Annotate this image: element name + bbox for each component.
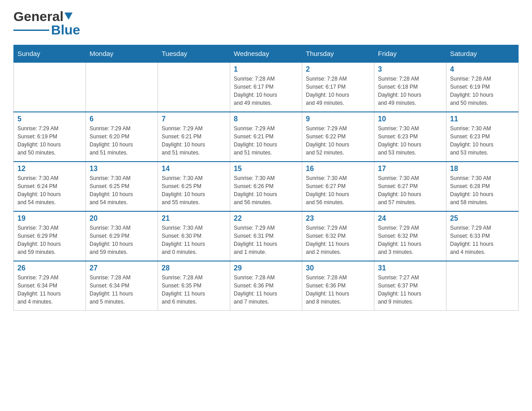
logo-blue-text: Blue	[51, 22, 80, 38]
day-of-week-header: Wednesday	[230, 45, 302, 63]
day-info: Sunrise: 7:29 AM Sunset: 6:33 PM Dayligh…	[450, 224, 515, 256]
day-info: Sunrise: 7:30 AM Sunset: 6:23 PM Dayligh…	[378, 124, 442, 157]
calendar-header: SundayMondayTuesdayWednesdayThursdayFrid…	[14, 45, 519, 63]
calendar-day-cell: 14Sunrise: 7:30 AM Sunset: 6:25 PM Dayli…	[158, 162, 230, 211]
calendar-day-cell: 10Sunrise: 7:30 AM Sunset: 6:23 PM Dayli…	[374, 112, 446, 162]
calendar-week-row: 26Sunrise: 7:29 AM Sunset: 6:34 PM Dayli…	[14, 261, 519, 311]
day-number: 8	[234, 115, 298, 123]
calendar-day-cell: 1Sunrise: 7:28 AM Sunset: 6:17 PM Daylig…	[230, 62, 302, 112]
day-number: 28	[162, 264, 226, 272]
day-number: 29	[234, 264, 298, 272]
day-of-week-header: Sunday	[14, 45, 86, 63]
day-info: Sunrise: 7:29 AM Sunset: 6:21 PM Dayligh…	[234, 124, 298, 157]
day-info: Sunrise: 7:28 AM Sunset: 6:36 PM Dayligh…	[234, 274, 298, 306]
day-number: 14	[162, 165, 226, 173]
day-info: Sunrise: 7:29 AM Sunset: 6:19 PM Dayligh…	[17, 124, 82, 157]
day-number: 6	[90, 115, 154, 123]
day-info: Sunrise: 7:28 AM Sunset: 6:36 PM Dayligh…	[306, 274, 370, 306]
day-info: Sunrise: 7:28 AM Sunset: 6:34 PM Dayligh…	[90, 274, 154, 306]
day-info: Sunrise: 7:30 AM Sunset: 6:30 PM Dayligh…	[162, 224, 226, 256]
calendar-day-cell: 30Sunrise: 7:28 AM Sunset: 6:36 PM Dayli…	[302, 261, 374, 311]
day-of-week-header: Tuesday	[158, 45, 230, 63]
calendar-day-cell: 21Sunrise: 7:30 AM Sunset: 6:30 PM Dayli…	[158, 211, 230, 261]
calendar-day-cell: 17Sunrise: 7:30 AM Sunset: 6:27 PM Dayli…	[374, 162, 446, 211]
calendar-day-cell: 18Sunrise: 7:30 AM Sunset: 6:28 PM Dayli…	[446, 162, 519, 211]
day-info: Sunrise: 7:28 AM Sunset: 6:17 PM Dayligh…	[234, 75, 298, 107]
day-number: 3	[378, 65, 442, 73]
day-number: 16	[306, 165, 370, 173]
day-number: 17	[378, 165, 442, 173]
day-of-week-header: Monday	[86, 45, 158, 63]
calendar-day-cell: 6Sunrise: 7:29 AM Sunset: 6:20 PM Daylig…	[86, 112, 158, 162]
day-info: Sunrise: 7:28 AM Sunset: 6:19 PM Dayligh…	[450, 75, 515, 107]
day-number: 21	[162, 214, 226, 223]
day-number: 30	[306, 264, 370, 272]
day-number: 26	[17, 264, 82, 272]
day-info: Sunrise: 7:28 AM Sunset: 6:17 PM Dayligh…	[306, 75, 370, 107]
day-number: 15	[234, 165, 298, 173]
day-number: 1	[234, 65, 298, 73]
calendar-day-cell: 27Sunrise: 7:28 AM Sunset: 6:34 PM Dayli…	[86, 261, 158, 311]
day-number: 31	[378, 264, 442, 272]
calendar-week-row: 1Sunrise: 7:28 AM Sunset: 6:17 PM Daylig…	[14, 62, 519, 112]
day-info: Sunrise: 7:30 AM Sunset: 6:28 PM Dayligh…	[450, 174, 515, 206]
calendar-day-cell	[446, 261, 519, 311]
day-number: 22	[234, 214, 298, 223]
day-info: Sunrise: 7:27 AM Sunset: 6:37 PM Dayligh…	[378, 274, 442, 306]
day-number: 24	[378, 214, 442, 223]
calendar-day-cell: 2Sunrise: 7:28 AM Sunset: 6:17 PM Daylig…	[302, 62, 374, 112]
day-number: 23	[306, 214, 370, 223]
calendar-day-cell: 24Sunrise: 7:29 AM Sunset: 6:32 PM Dayli…	[374, 211, 446, 261]
page-header: General Blue	[13, 9, 519, 38]
day-number: 9	[306, 115, 370, 123]
day-number: 18	[450, 165, 515, 173]
calendar-day-cell: 31Sunrise: 7:27 AM Sunset: 6:37 PM Dayli…	[374, 261, 446, 311]
calendar-day-cell	[86, 62, 158, 112]
logo-triangle-icon	[64, 13, 73, 20]
day-number: 25	[450, 214, 515, 223]
day-info: Sunrise: 7:30 AM Sunset: 6:27 PM Dayligh…	[306, 174, 370, 206]
day-info: Sunrise: 7:29 AM Sunset: 6:21 PM Dayligh…	[162, 124, 226, 157]
day-info: Sunrise: 7:29 AM Sunset: 6:32 PM Dayligh…	[378, 224, 442, 256]
day-info: Sunrise: 7:30 AM Sunset: 6:27 PM Dayligh…	[378, 174, 442, 206]
calendar-body: 1Sunrise: 7:28 AM Sunset: 6:17 PM Daylig…	[14, 62, 519, 311]
day-info: Sunrise: 7:29 AM Sunset: 6:32 PM Dayligh…	[306, 224, 370, 256]
calendar-week-row: 12Sunrise: 7:30 AM Sunset: 6:24 PM Dayli…	[14, 162, 519, 211]
calendar-day-cell: 4Sunrise: 7:28 AM Sunset: 6:19 PM Daylig…	[446, 62, 519, 112]
calendar-day-cell: 19Sunrise: 7:30 AM Sunset: 6:29 PM Dayli…	[14, 211, 86, 261]
day-info: Sunrise: 7:30 AM Sunset: 6:25 PM Dayligh…	[162, 174, 226, 206]
calendar-day-cell: 26Sunrise: 7:29 AM Sunset: 6:34 PM Dayli…	[14, 261, 86, 311]
calendar-week-row: 5Sunrise: 7:29 AM Sunset: 6:19 PM Daylig…	[14, 112, 519, 162]
calendar-day-cell: 25Sunrise: 7:29 AM Sunset: 6:33 PM Dayli…	[446, 211, 519, 261]
day-number: 2	[306, 65, 370, 73]
day-number: 10	[378, 115, 442, 123]
day-number: 20	[90, 214, 154, 223]
day-number: 27	[90, 264, 154, 272]
day-info: Sunrise: 7:29 AM Sunset: 6:31 PM Dayligh…	[234, 224, 298, 256]
day-number: 4	[450, 65, 515, 73]
day-number: 5	[17, 115, 82, 123]
day-info: Sunrise: 7:30 AM Sunset: 6:25 PM Dayligh…	[90, 174, 154, 206]
day-number: 11	[450, 115, 515, 123]
calendar-day-cell: 5Sunrise: 7:29 AM Sunset: 6:19 PM Daylig…	[14, 112, 86, 162]
day-info: Sunrise: 7:30 AM Sunset: 6:29 PM Dayligh…	[17, 224, 82, 256]
calendar-day-cell: 3Sunrise: 7:28 AM Sunset: 6:18 PM Daylig…	[374, 62, 446, 112]
calendar-table: SundayMondayTuesdayWednesdayThursdayFrid…	[13, 45, 519, 311]
calendar-day-cell	[14, 62, 86, 112]
day-info: Sunrise: 7:30 AM Sunset: 6:26 PM Dayligh…	[234, 174, 298, 206]
calendar-week-row: 19Sunrise: 7:30 AM Sunset: 6:29 PM Dayli…	[14, 211, 519, 261]
days-of-week-row: SundayMondayTuesdayWednesdayThursdayFrid…	[14, 45, 519, 63]
day-info: Sunrise: 7:30 AM Sunset: 6:23 PM Dayligh…	[450, 124, 515, 157]
day-info: Sunrise: 7:29 AM Sunset: 6:20 PM Dayligh…	[90, 124, 154, 157]
calendar-day-cell: 23Sunrise: 7:29 AM Sunset: 6:32 PM Dayli…	[302, 211, 374, 261]
calendar-day-cell: 28Sunrise: 7:28 AM Sunset: 6:35 PM Dayli…	[158, 261, 230, 311]
calendar-day-cell: 11Sunrise: 7:30 AM Sunset: 6:23 PM Dayli…	[446, 112, 519, 162]
calendar-day-cell: 29Sunrise: 7:28 AM Sunset: 6:36 PM Dayli…	[230, 261, 302, 311]
calendar-day-cell: 9Sunrise: 7:29 AM Sunset: 6:22 PM Daylig…	[302, 112, 374, 162]
calendar-day-cell: 8Sunrise: 7:29 AM Sunset: 6:21 PM Daylig…	[230, 112, 302, 162]
day-info: Sunrise: 7:30 AM Sunset: 6:24 PM Dayligh…	[17, 174, 82, 206]
day-of-week-header: Friday	[374, 45, 446, 63]
logo: General Blue	[13, 9, 80, 38]
calendar-day-cell: 16Sunrise: 7:30 AM Sunset: 6:27 PM Dayli…	[302, 162, 374, 211]
calendar-day-cell: 15Sunrise: 7:30 AM Sunset: 6:26 PM Dayli…	[230, 162, 302, 211]
